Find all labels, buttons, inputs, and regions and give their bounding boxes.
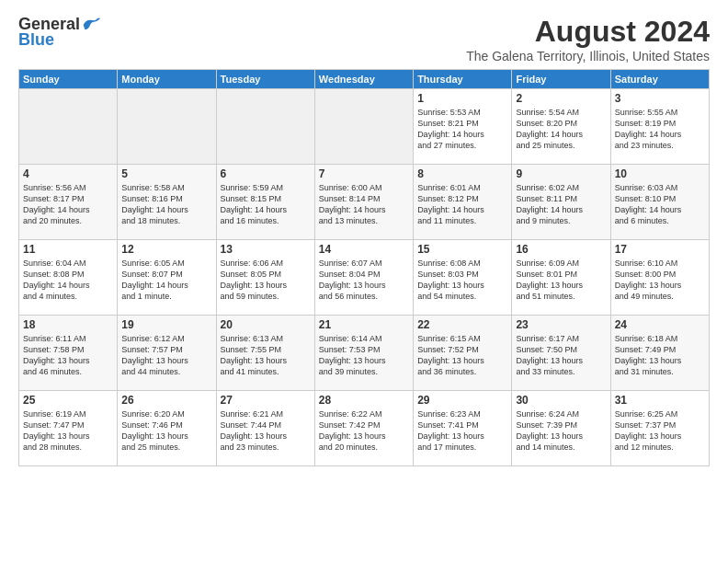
day-number: 25 xyxy=(23,394,113,407)
logo-bird-icon xyxy=(82,16,100,34)
calendar-cell: 11Sunrise: 6:04 AM Sunset: 8:08 PM Dayli… xyxy=(19,240,118,316)
day-number: 26 xyxy=(121,394,211,407)
day-info: Sunrise: 5:58 AM Sunset: 8:16 PM Dayligh… xyxy=(121,182,211,227)
day-info: Sunrise: 5:59 AM Sunset: 8:15 PM Dayligh… xyxy=(221,182,311,227)
day-number: 10 xyxy=(615,167,705,180)
day-number: 6 xyxy=(221,167,311,180)
day-number: 29 xyxy=(417,394,507,407)
day-number: 11 xyxy=(23,243,113,256)
day-info: Sunrise: 6:14 AM Sunset: 7:53 PM Dayligh… xyxy=(319,333,409,378)
day-info: Sunrise: 6:18 AM Sunset: 7:49 PM Dayligh… xyxy=(615,333,705,378)
logo: General Blue xyxy=(18,15,100,50)
calendar-cell: 25Sunrise: 6:19 AM Sunset: 7:47 PM Dayli… xyxy=(19,391,118,466)
day-info: Sunrise: 6:07 AM Sunset: 8:04 PM Dayligh… xyxy=(319,258,409,303)
calendar-cell: 9Sunrise: 6:02 AM Sunset: 8:11 PM Daylig… xyxy=(512,165,610,240)
calendar-cell: 21Sunrise: 6:14 AM Sunset: 7:53 PM Dayli… xyxy=(314,316,413,391)
calendar-cell: 30Sunrise: 6:24 AM Sunset: 7:39 PM Dayli… xyxy=(512,391,610,466)
calendar-cell: 10Sunrise: 6:03 AM Sunset: 8:10 PM Dayli… xyxy=(610,165,709,240)
calendar-cell: 1Sunrise: 5:53 AM Sunset: 8:21 PM Daylig… xyxy=(414,89,512,165)
calendar-cell: 28Sunrise: 6:22 AM Sunset: 7:42 PM Dayli… xyxy=(314,391,413,466)
day-info: Sunrise: 6:21 AM Sunset: 7:44 PM Dayligh… xyxy=(221,408,311,454)
calendar-cell xyxy=(216,89,314,165)
weekday-header-thursday: Thursday xyxy=(414,70,512,89)
day-info: Sunrise: 6:05 AM Sunset: 8:07 PM Dayligh… xyxy=(121,258,211,303)
weekday-header-monday: Monday xyxy=(118,70,216,89)
day-info: Sunrise: 6:09 AM Sunset: 8:01 PM Dayligh… xyxy=(516,258,606,303)
day-number: 3 xyxy=(615,92,705,105)
calendar-cell: 24Sunrise: 6:18 AM Sunset: 7:49 PM Dayli… xyxy=(610,316,709,391)
day-number: 2 xyxy=(516,92,606,105)
day-number: 16 xyxy=(516,243,606,256)
day-number: 5 xyxy=(121,167,211,180)
calendar-cell: 17Sunrise: 6:10 AM Sunset: 8:00 PM Dayli… xyxy=(610,240,709,316)
day-number: 1 xyxy=(417,92,507,105)
week-row-2: 4Sunrise: 5:56 AM Sunset: 8:17 PM Daylig… xyxy=(19,165,710,240)
day-info: Sunrise: 6:06 AM Sunset: 8:05 PM Dayligh… xyxy=(221,258,311,303)
calendar-cell: 23Sunrise: 6:17 AM Sunset: 7:50 PM Dayli… xyxy=(512,316,610,391)
calendar: SundayMondayTuesdayWednesdayThursdayFrid… xyxy=(18,69,710,466)
day-number: 9 xyxy=(516,167,606,180)
logo-blue: Blue xyxy=(18,30,54,50)
calendar-cell: 20Sunrise: 6:13 AM Sunset: 7:55 PM Dayli… xyxy=(216,316,314,391)
day-number: 24 xyxy=(615,318,705,331)
calendar-cell: 7Sunrise: 6:00 AM Sunset: 8:14 PM Daylig… xyxy=(314,165,413,240)
calendar-cell: 27Sunrise: 6:21 AM Sunset: 7:44 PM Dayli… xyxy=(216,391,314,466)
day-number: 4 xyxy=(23,167,113,180)
day-info: Sunrise: 6:22 AM Sunset: 7:42 PM Dayligh… xyxy=(319,408,409,454)
header: General Blue August 2024 The Galena Terr… xyxy=(18,15,710,63)
day-info: Sunrise: 5:54 AM Sunset: 8:20 PM Dayligh… xyxy=(516,107,606,152)
day-info: Sunrise: 6:08 AM Sunset: 8:03 PM Dayligh… xyxy=(417,258,507,303)
title-section: August 2024 The Galena Territory, Illino… xyxy=(466,15,710,63)
weekday-header-saturday: Saturday xyxy=(610,70,709,89)
calendar-cell: 5Sunrise: 5:58 AM Sunset: 8:16 PM Daylig… xyxy=(118,165,216,240)
day-number: 22 xyxy=(417,318,507,331)
day-number: 31 xyxy=(615,394,705,407)
day-info: Sunrise: 6:02 AM Sunset: 8:11 PM Dayligh… xyxy=(516,182,606,227)
day-number: 23 xyxy=(516,318,606,331)
day-info: Sunrise: 5:55 AM Sunset: 8:19 PM Dayligh… xyxy=(615,107,705,152)
week-row-3: 11Sunrise: 6:04 AM Sunset: 8:08 PM Dayli… xyxy=(19,240,710,316)
week-row-4: 18Sunrise: 6:11 AM Sunset: 7:58 PM Dayli… xyxy=(19,316,710,391)
day-number: 18 xyxy=(23,318,113,331)
day-info: Sunrise: 6:00 AM Sunset: 8:14 PM Dayligh… xyxy=(319,182,409,227)
day-info: Sunrise: 6:01 AM Sunset: 8:12 PM Dayligh… xyxy=(417,182,507,227)
calendar-cell: 2Sunrise: 5:54 AM Sunset: 8:20 PM Daylig… xyxy=(512,89,610,165)
calendar-cell: 26Sunrise: 6:20 AM Sunset: 7:46 PM Dayli… xyxy=(118,391,216,466)
calendar-cell: 15Sunrise: 6:08 AM Sunset: 8:03 PM Dayli… xyxy=(414,240,512,316)
day-number: 8 xyxy=(417,167,507,180)
day-number: 14 xyxy=(319,243,409,256)
day-info: Sunrise: 6:17 AM Sunset: 7:50 PM Dayligh… xyxy=(516,333,606,378)
day-info: Sunrise: 5:56 AM Sunset: 8:17 PM Dayligh… xyxy=(23,182,113,227)
week-row-5: 25Sunrise: 6:19 AM Sunset: 7:47 PM Dayli… xyxy=(19,391,710,466)
day-number: 20 xyxy=(221,318,311,331)
day-number: 21 xyxy=(319,318,409,331)
day-info: Sunrise: 6:04 AM Sunset: 8:08 PM Dayligh… xyxy=(23,258,113,303)
day-number: 13 xyxy=(221,243,311,256)
calendar-cell: 19Sunrise: 6:12 AM Sunset: 7:57 PM Dayli… xyxy=(118,316,216,391)
calendar-cell: 3Sunrise: 5:55 AM Sunset: 8:19 PM Daylig… xyxy=(610,89,709,165)
day-info: Sunrise: 6:20 AM Sunset: 7:46 PM Dayligh… xyxy=(121,408,211,454)
day-number: 12 xyxy=(121,243,211,256)
location: The Galena Territory, Illinois, United S… xyxy=(466,49,710,63)
day-number: 7 xyxy=(319,167,409,180)
day-info: Sunrise: 6:11 AM Sunset: 7:58 PM Dayligh… xyxy=(23,333,113,378)
calendar-cell: 8Sunrise: 6:01 AM Sunset: 8:12 PM Daylig… xyxy=(414,165,512,240)
calendar-cell: 4Sunrise: 5:56 AM Sunset: 8:17 PM Daylig… xyxy=(19,165,118,240)
calendar-cell: 18Sunrise: 6:11 AM Sunset: 7:58 PM Dayli… xyxy=(19,316,118,391)
day-info: Sunrise: 6:23 AM Sunset: 7:41 PM Dayligh… xyxy=(417,408,507,454)
day-info: Sunrise: 6:12 AM Sunset: 7:57 PM Dayligh… xyxy=(121,333,211,378)
day-info: Sunrise: 6:25 AM Sunset: 7:37 PM Dayligh… xyxy=(615,408,705,454)
day-info: Sunrise: 6:19 AM Sunset: 7:47 PM Dayligh… xyxy=(23,408,113,454)
day-info: Sunrise: 6:10 AM Sunset: 8:00 PM Dayligh… xyxy=(615,258,705,303)
day-info: Sunrise: 6:24 AM Sunset: 7:39 PM Dayligh… xyxy=(516,408,606,454)
calendar-cell: 13Sunrise: 6:06 AM Sunset: 8:05 PM Dayli… xyxy=(216,240,314,316)
calendar-cell xyxy=(19,89,118,165)
week-row-1: 1Sunrise: 5:53 AM Sunset: 8:21 PM Daylig… xyxy=(19,89,710,165)
calendar-cell: 6Sunrise: 5:59 AM Sunset: 8:15 PM Daylig… xyxy=(216,165,314,240)
month-title: August 2024 xyxy=(466,15,710,49)
day-number: 27 xyxy=(221,394,311,407)
day-info: Sunrise: 6:15 AM Sunset: 7:52 PM Dayligh… xyxy=(417,333,507,378)
weekday-header-friday: Friday xyxy=(512,70,610,89)
calendar-cell: 31Sunrise: 6:25 AM Sunset: 7:37 PM Dayli… xyxy=(610,391,709,466)
weekday-header-tuesday: Tuesday xyxy=(216,70,314,89)
